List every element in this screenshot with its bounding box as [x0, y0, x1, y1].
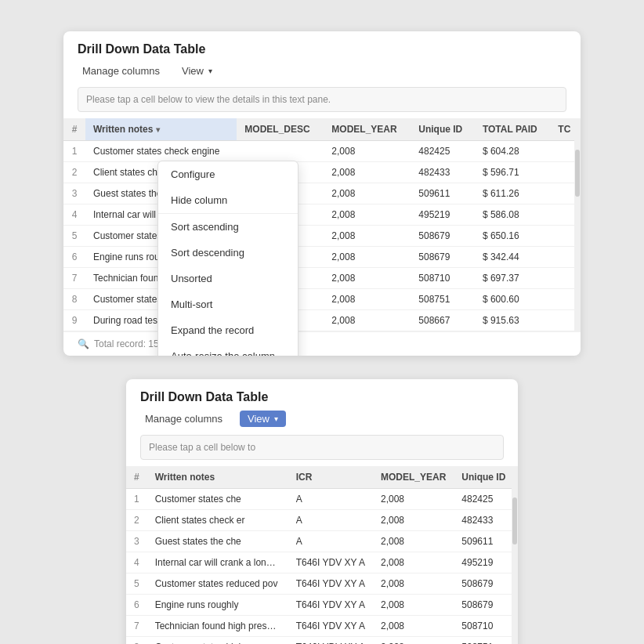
- cell-model-year: 2,008: [324, 310, 411, 331]
- cell-unique-id: 508679: [411, 226, 475, 247]
- cell-num: 9: [63, 310, 85, 331]
- cell-unique-id: 508751: [411, 289, 475, 310]
- dropdown-item[interactable]: Auto-resize the column: [158, 343, 298, 356]
- cell-written-notes: Customer states check engine: [85, 141, 237, 162]
- cell-num: 7: [126, 616, 147, 637]
- dropdown-item[interactable]: Unsorted: [158, 266, 298, 291]
- cell-total-paid: $ 915.63: [475, 310, 550, 331]
- table-row[interactable]: 3 Guest states the check engine 2,008 50…: [63, 183, 581, 204]
- table-row[interactable]: 7 Technician found high pressure fu T646…: [126, 616, 518, 637]
- cell-total-paid: $ 600.60: [475, 289, 550, 310]
- col-header-written-notes[interactable]: Written notes ▾: [85, 118, 237, 141]
- cell-num: 1: [126, 489, 147, 510]
- cell-model-year: 2,008: [324, 162, 411, 183]
- cell-total-paid: $ 586.08: [475, 204, 550, 226]
- top-card-title: Drill Down Data Table: [63, 31, 581, 63]
- col-header-total-paid: TOTAL PAID: [475, 118, 550, 141]
- cell-icr: T646I YDV XY A: [288, 595, 373, 616]
- cell-written-notes: Guest states the che: [147, 531, 288, 552]
- cell-model-year: 2,008: [373, 531, 454, 552]
- written-notes-dropdown-arrow: ▾: [156, 125, 160, 134]
- cell-num: 6: [63, 247, 85, 268]
- cell-model-year: 2,008: [373, 510, 454, 531]
- table-row[interactable]: 4 Internal car will crank a long ti 2,00…: [63, 204, 581, 226]
- cell-num: 8: [63, 289, 85, 310]
- cell-model-year: 2,008: [373, 552, 454, 573]
- cell-model-year: 2,008: [324, 204, 411, 226]
- bottom-view-button[interactable]: View ▾: [240, 411, 286, 427]
- table-row[interactable]: 4 Internal car will crank a long time T6…: [126, 552, 518, 573]
- top-toolbar: Manage columns View ▾: [63, 63, 581, 87]
- cell-model-year: 2,008: [373, 573, 454, 595]
- cell-num: 4: [63, 204, 85, 226]
- bottom-scroll-thumb: [512, 497, 517, 545]
- cell-icr: T646I YDV XY A: [288, 637, 373, 645]
- bottom-col-header-model-year: MODEL_YEAR: [373, 466, 454, 489]
- top-footer: 🔍 Total record: 150: [63, 331, 581, 356]
- col-header-unique-id: Unique ID: [411, 118, 475, 141]
- cell-unique-id: 495219: [411, 204, 475, 226]
- bottom-col-header-unique-id: Unique ID: [454, 466, 513, 489]
- cell-written-notes: Customer states reduced pov: [147, 573, 288, 595]
- dropdown-item[interactable]: Configure: [158, 161, 298, 187]
- cell-unique-id: 509611: [411, 183, 475, 204]
- cell-num: 2: [63, 162, 85, 183]
- top-table: # Written notes ▾ MODEL_DESC MODEL_YEAR …: [63, 118, 581, 331]
- dropdown-item[interactable]: Hide column: [158, 187, 298, 213]
- col-header-model-desc: MODEL_DESC: [237, 118, 324, 141]
- cell-written-notes: Technician found high pressure fu: [147, 616, 288, 637]
- top-card: Drill Down Data Table Manage columns Vie…: [63, 31, 581, 356]
- cell-unique-id: 508679: [454, 573, 513, 595]
- cell-total-paid: $ 342.44: [475, 247, 550, 268]
- table-row[interactable]: 3 Guest states the che A 2,008 509611 $ …: [126, 531, 518, 552]
- manage-columns-button[interactable]: Manage columns: [78, 63, 165, 79]
- cell-num: 8: [126, 637, 147, 645]
- top-info-bar: Please tap a cell below to view the deta…: [78, 87, 566, 112]
- table-row[interactable]: 8 Customer states high pressure 2,008 50…: [63, 289, 581, 310]
- cell-written-notes: Customer states che: [147, 489, 288, 510]
- cell-unique-id: 482425: [411, 141, 475, 162]
- bottom-toolbar: Manage columns View ▾: [126, 411, 518, 435]
- table-row[interactable]: 1 Customer states che A 2,008 482425 $ 6…: [126, 489, 518, 510]
- table-row[interactable]: 1 Customer states check engine 2,008 482…: [63, 141, 581, 162]
- bottom-scrollbar[interactable]: [512, 466, 518, 644]
- top-table-body: 1 Customer states check engine 2,008 482…: [63, 141, 581, 331]
- cell-num: 4: [126, 552, 147, 573]
- table-row[interactable]: 6 Engine runs roughly 2,008 508679 $ 342…: [63, 247, 581, 268]
- cell-model-year: 2,008: [324, 141, 411, 162]
- table-row[interactable]: 8 Customer states high pressure fue T646…: [126, 637, 518, 645]
- top-scroll-thumb: [575, 150, 580, 197]
- dropdown-item[interactable]: Multi-sort: [158, 291, 298, 317]
- column-dropdown-menu: ConfigureHide columnSort ascendingSort d…: [157, 161, 298, 356]
- top-scrollbar[interactable]: [574, 118, 581, 331]
- bottom-col-header-written-notes: Written notes: [147, 466, 288, 489]
- table-row[interactable]: 7 Technician found high pressure 2,008 5…: [63, 268, 581, 289]
- table-row[interactable]: 6 Engine runs roughly T646I YDV XY A 2,0…: [126, 595, 518, 616]
- top-table-header-row: # Written notes ▾ MODEL_DESC MODEL_YEAR …: [63, 118, 581, 141]
- dropdown-item[interactable]: Expand the record: [158, 317, 298, 343]
- table-row[interactable]: 2 Client states check engine ligh 2,008 …: [63, 162, 581, 183]
- cell-model-year: 2,008: [373, 616, 454, 637]
- cell-total-paid: $ 604.28: [475, 141, 550, 162]
- cell-unique-id: 495219: [454, 552, 513, 573]
- cell-written-notes: Engine runs roughly: [147, 595, 288, 616]
- dropdown-item[interactable]: Sort ascending: [158, 213, 298, 240]
- table-row[interactable]: 5 Customer states reduced pow 2,008 5086…: [63, 226, 581, 247]
- dropdown-item[interactable]: Sort descending: [158, 240, 298, 266]
- cell-num: 2: [126, 510, 147, 531]
- cell-model-year: 2,008: [324, 268, 411, 289]
- bottom-card-title: Drill Down Data Table: [126, 379, 518, 411]
- cell-written-notes: Client states check er: [147, 510, 288, 531]
- bottom-col-header-icr: ICR: [288, 466, 373, 489]
- bottom-info-bar: Please tap a cell below to: [140, 435, 504, 460]
- cell-icr: T646I YDV XY A: [288, 573, 373, 595]
- bottom-manage-columns-button[interactable]: Manage columns: [140, 411, 227, 427]
- cell-model-year: 2,008: [324, 289, 411, 310]
- view-label: View: [182, 65, 204, 77]
- table-row[interactable]: 2 Client states check er A 2,008 482433 …: [126, 510, 518, 531]
- cell-num: 7: [63, 268, 85, 289]
- view-button[interactable]: View ▾: [177, 63, 217, 79]
- table-row[interactable]: 5 Customer states reduced pov T646I YDV …: [126, 573, 518, 595]
- table-row[interactable]: 9 During road test after completi 2,008 …: [63, 310, 581, 331]
- col-header-num: #: [63, 118, 85, 141]
